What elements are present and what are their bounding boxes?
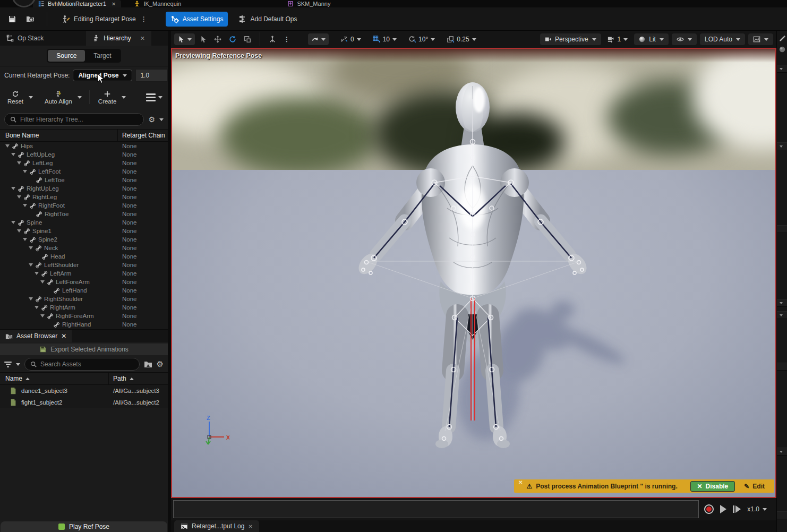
bone-row[interactable]: RightHandNone bbox=[0, 320, 168, 329]
close-icon[interactable]: ✕ bbox=[248, 524, 252, 529]
retarget-chain-value[interactable]: None bbox=[118, 253, 137, 260]
collapsed-section[interactable] bbox=[777, 299, 787, 307]
edit-icon[interactable] bbox=[779, 34, 786, 41]
asset-settings-gear-icon[interactable]: ⚙ bbox=[157, 359, 164, 369]
retarget-chain-value[interactable]: None bbox=[118, 279, 137, 285]
retarget-chain-value[interactable]: None bbox=[118, 151, 137, 158]
show-flags-dropdown[interactable] bbox=[672, 33, 697, 45]
expander-icon[interactable] bbox=[11, 221, 15, 224]
camera-speed-dropdown[interactable]: 1 bbox=[604, 33, 631, 45]
asset-row[interactable]: dance1_subject3/All/Ga...subject3 bbox=[0, 385, 168, 397]
column-path[interactable]: Path bbox=[109, 375, 134, 382]
expander-icon[interactable] bbox=[5, 144, 10, 148]
3d-viewport[interactable]: Previewing Reference Pose Z X ✕ ⚠ Post p… bbox=[171, 48, 776, 498]
filter-hierarchy-input[interactable]: Filter Hierarchy Tree... bbox=[4, 113, 144, 126]
auto-align-button[interactable]: Auto Align bbox=[42, 89, 74, 106]
retarget-chain-value[interactable]: None bbox=[118, 228, 137, 234]
retarget-chain-value[interactable]: None bbox=[118, 185, 137, 192]
reset-button[interactable]: Reset bbox=[5, 89, 25, 106]
bone-row[interactable]: LeftForeArmNone bbox=[0, 278, 168, 286]
bone-row[interactable]: LeftToeNone bbox=[0, 176, 168, 184]
bone-row[interactable]: LeftFootNone bbox=[0, 167, 168, 176]
close-icon[interactable]: ✕ bbox=[61, 332, 66, 340]
expander-icon[interactable] bbox=[23, 204, 27, 207]
coordinate-system-button[interactable] bbox=[266, 33, 279, 45]
folder-icon[interactable] bbox=[144, 360, 152, 368]
bone-row[interactable]: Spine2None bbox=[0, 235, 168, 244]
grid-snap-button[interactable]: 10 bbox=[370, 33, 400, 45]
disable-button[interactable]: ✕ Disable bbox=[690, 481, 735, 492]
asset-row[interactable]: fight1_subject2/All/Ga...subject2 bbox=[0, 397, 168, 408]
retarget-chain-value[interactable]: None bbox=[118, 236, 137, 243]
tab-op-stack[interactable]: Op Stack bbox=[0, 31, 50, 46]
play-button[interactable] bbox=[720, 505, 726, 513]
bone-row[interactable]: LeftShoulderNone bbox=[0, 261, 168, 269]
rotate-tool-button[interactable] bbox=[226, 33, 239, 45]
scale-snap-button[interactable]: 0.25 bbox=[443, 33, 479, 45]
chevron-down-icon[interactable] bbox=[16, 363, 20, 366]
expander-icon[interactable] bbox=[17, 229, 21, 233]
screenshot-dropdown[interactable] bbox=[748, 33, 773, 45]
record-button[interactable] bbox=[704, 504, 714, 514]
expander-icon[interactable] bbox=[23, 238, 27, 241]
retarget-chain-value[interactable]: None bbox=[118, 287, 137, 294]
bone-row[interactable]: RightForeArmNone bbox=[0, 312, 168, 320]
retarget-chain-value[interactable]: None bbox=[118, 245, 137, 251]
bone-row[interactable]: SpineNone bbox=[0, 218, 168, 227]
expander-icon[interactable] bbox=[29, 297, 33, 301]
retarget-chain-value[interactable]: None bbox=[118, 262, 137, 268]
expander-icon[interactable] bbox=[40, 280, 45, 284]
lod-dropdown[interactable]: LOD Auto bbox=[700, 33, 745, 45]
search-assets-input[interactable]: Search Assets bbox=[24, 358, 140, 371]
bone-row[interactable]: Spine1None bbox=[0, 227, 168, 235]
expander-icon[interactable] bbox=[23, 170, 27, 173]
collapsed-section[interactable] bbox=[777, 363, 787, 371]
bone-row[interactable]: RightArmNone bbox=[0, 303, 168, 312]
bone-row[interactable]: LeftArmNone bbox=[0, 269, 168, 278]
expander-icon[interactable] bbox=[11, 153, 15, 156]
tab-retargeter[interactable]: BvhMotionRetargeter1 ✕ bbox=[33, 0, 121, 7]
target-toggle[interactable]: Target bbox=[85, 50, 119, 62]
pose-menu-button[interactable] bbox=[146, 93, 162, 101]
retarget-chain-value[interactable]: None bbox=[118, 160, 137, 166]
editing-retarget-pose-button[interactable]: Editing Retarget Pose ⋮ bbox=[57, 12, 152, 27]
bone-row[interactable]: NeckNone bbox=[0, 244, 168, 252]
column-name[interactable]: Name bbox=[0, 373, 109, 384]
asset-filter-icon[interactable] bbox=[4, 362, 12, 367]
collapsed-section[interactable] bbox=[777, 65, 787, 73]
step-forward-button[interactable] bbox=[733, 505, 741, 513]
close-icon[interactable]: ✕ bbox=[140, 35, 145, 42]
collapsed-section[interactable] bbox=[777, 225, 787, 233]
retarget-chain-value[interactable]: None bbox=[118, 321, 137, 328]
playback-speed-dropdown[interactable]: x1.0 bbox=[747, 505, 767, 513]
tree-settings-gear-icon[interactable]: ⚙ bbox=[148, 115, 155, 124]
expander-icon[interactable] bbox=[35, 306, 39, 309]
source-toggle[interactable]: Source bbox=[48, 50, 85, 62]
bone-row[interactable]: RightToeNone bbox=[0, 210, 168, 218]
collapsed-section[interactable] bbox=[777, 448, 787, 456]
viewport-more-options[interactable]: ⋮ bbox=[280, 33, 293, 45]
rotation-snap-button[interactable]: 10° bbox=[405, 33, 438, 45]
retarget-chain-value[interactable]: None bbox=[118, 177, 137, 183]
bone-row[interactable]: HeadNone bbox=[0, 252, 168, 261]
expander-icon[interactable] bbox=[35, 272, 39, 275]
tab-output-log[interactable]: Retarget...tput Log ✕ bbox=[174, 520, 259, 532]
actor-snap-button[interactable]: 0 bbox=[337, 33, 364, 45]
retarget-chain-value[interactable]: None bbox=[118, 143, 137, 149]
collapsed-section[interactable] bbox=[777, 142, 787, 150]
edit-button[interactable]: ✎ Edit bbox=[739, 482, 770, 491]
timeline-track[interactable] bbox=[173, 500, 699, 518]
retarget-chain-value[interactable]: None bbox=[118, 202, 137, 209]
move-tool-button[interactable] bbox=[211, 33, 225, 45]
editing-pose-options-icon[interactable]: ⋮ bbox=[141, 15, 147, 23]
retarget-chain-value[interactable]: None bbox=[118, 219, 137, 226]
retarget-chain-value[interactable]: None bbox=[118, 296, 137, 302]
retarget-chain-value[interactable]: None bbox=[118, 211, 137, 217]
expander-icon[interactable] bbox=[29, 263, 33, 267]
select-tool-button[interactable] bbox=[196, 33, 210, 45]
selection-mode-dropdown[interactable] bbox=[174, 33, 195, 45]
lit-mode-dropdown[interactable]: Lit bbox=[634, 33, 669, 45]
bone-row[interactable]: LeftHandNone bbox=[0, 286, 168, 295]
retarget-chain-value[interactable]: None bbox=[118, 270, 137, 277]
browse-to-asset-button[interactable] bbox=[21, 12, 39, 27]
